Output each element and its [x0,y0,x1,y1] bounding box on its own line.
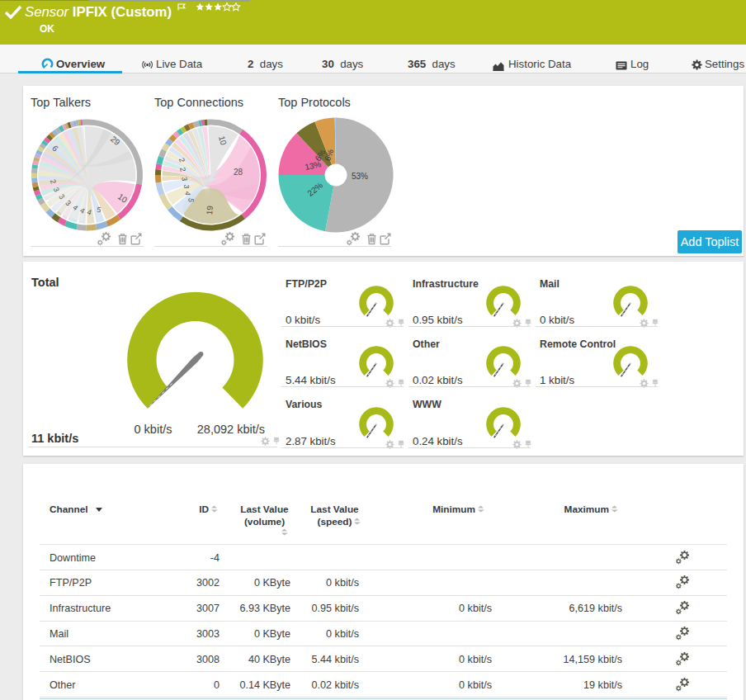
svg-text:53%: 53% [352,172,368,181]
svg-text:3: 3 [180,177,188,182]
svg-text:28: 28 [234,168,243,177]
svg-text:19: 19 [205,205,215,215]
svg-text:4: 4 [183,191,191,196]
svg-text:3: 3 [182,184,191,188]
